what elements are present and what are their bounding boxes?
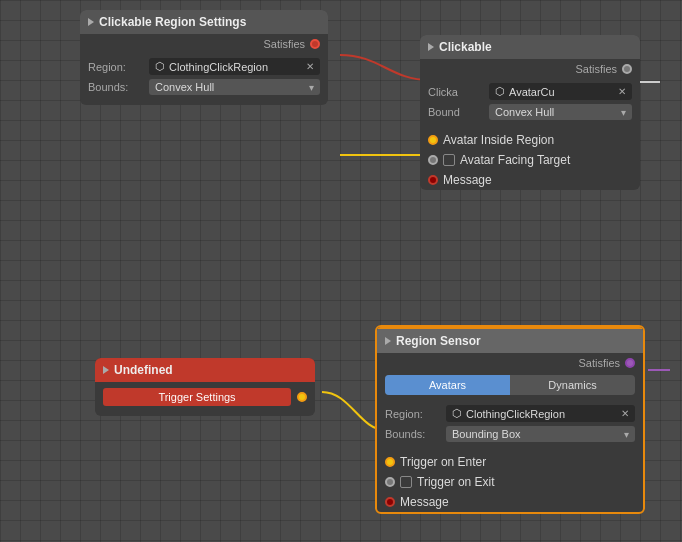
node-body-undefined: Trigger Settings (95, 382, 315, 416)
trigger-settings-button[interactable]: Trigger Settings (103, 388, 291, 406)
chevron-down-icon: ▾ (309, 82, 314, 93)
collapse-icon-undefined[interactable] (103, 366, 109, 374)
region-value-sensor: ClothingClickRegion (466, 408, 565, 420)
bound-label-clickable: Bound (428, 106, 483, 118)
satisfies-row-clickable: Satisfies (420, 59, 640, 77)
tab-dynamics[interactable]: Dynamics (510, 375, 635, 395)
satisfies-label: Satisfies (263, 38, 305, 50)
node-title-region-sensor: Region Sensor (396, 334, 481, 348)
trigger-exit-row: Trigger on Exit (377, 472, 643, 492)
message-socket-sensor (385, 497, 395, 507)
region-input-sensor[interactable]: ⬡ ClothingClickRegion ✕ (446, 405, 635, 422)
node-header-clickable: Clickable (420, 35, 640, 59)
node-title-clickable-region-settings: Clickable Region Settings (99, 15, 246, 29)
satisfies-label-region-sensor: Satisfies (578, 357, 620, 369)
message-socket-clickable (428, 175, 438, 185)
trigger-enter-label: Trigger on Enter (400, 455, 486, 469)
trigger-settings-socket (297, 392, 307, 402)
satisfies-socket-region-sensor (625, 358, 635, 368)
trigger-settings-row: Trigger Settings (103, 388, 307, 406)
region-sensor-node: Region Sensor Satisfies Avatars Dynamics… (375, 325, 645, 514)
region-clear-button[interactable]: ✕ (306, 61, 314, 72)
region-row-sensor: Region: ⬡ ClothingClickRegion ✕ (385, 405, 635, 422)
trigger-enter-socket (385, 457, 395, 467)
clickable-region-settings-node: Clickable Region Settings Satisfies Regi… (80, 10, 328, 105)
message-label-clickable: Message (443, 173, 492, 187)
clickable-row: Clicka ⬡ AvatarCu ✕ (428, 83, 632, 100)
avatar-facing-socket (428, 155, 438, 165)
avatar-inside-row: Avatar Inside Region (420, 130, 640, 150)
bounds-label-sensor: Bounds: (385, 428, 440, 440)
node-header-undefined: Undefined (95, 358, 315, 382)
bounds-row-sensor: Bounds: Bounding Box ▾ (385, 426, 635, 442)
bounds-row: Bounds: Convex Hull ▾ (88, 79, 320, 95)
satisfies-row-region-sensor: Satisfies (377, 353, 643, 371)
region-input[interactable]: ⬡ ClothingClickRegion ✕ (149, 58, 320, 75)
node-header-clickable-region-settings: Clickable Region Settings (80, 10, 328, 34)
node-title-undefined: Undefined (114, 363, 173, 377)
collapse-icon-clickable[interactable] (428, 43, 434, 51)
node-title-clickable: Clickable (439, 40, 492, 54)
node-body-clickable: Clicka ⬡ AvatarCu ✕ Bound Convex Hull ▾ (420, 77, 640, 130)
clickable-label: Clicka (428, 86, 483, 98)
collapse-icon-region-sensor[interactable] (385, 337, 391, 345)
message-row-sensor: Message (377, 492, 643, 512)
region-value: ClothingClickRegion (169, 61, 268, 73)
node-body-region-sensor: Region: ⬡ ClothingClickRegion ✕ Bounds: … (377, 399, 643, 452)
bound-value-clickable: Convex Hull (495, 106, 554, 118)
trigger-enter-row: Trigger on Enter (377, 452, 643, 472)
collapse-icon[interactable] (88, 18, 94, 26)
bounds-value-sensor: Bounding Box (452, 428, 521, 440)
chevron-down-icon-sensor: ▾ (624, 429, 629, 440)
tab-avatars[interactable]: Avatars (385, 375, 510, 395)
clickable-value: AvatarCu (509, 86, 555, 98)
node-header-region-sensor: Region Sensor (377, 327, 643, 353)
avatar-facing-row: Avatar Facing Target (420, 150, 640, 170)
avatar-facing-checkbox[interactable] (443, 154, 455, 166)
satisfies-row: Satisfies (80, 34, 328, 52)
trigger-exit-checkbox[interactable] (400, 476, 412, 488)
message-row-clickable: Message (420, 170, 640, 190)
trigger-exit-label: Trigger on Exit (417, 475, 495, 489)
tab-bar-region-sensor: Avatars Dynamics (385, 375, 635, 395)
mesh-icon-clickable: ⬡ (495, 85, 505, 98)
undefined-node: Undefined Trigger Settings (95, 358, 315, 416)
bounds-select[interactable]: Convex Hull ▾ (149, 79, 320, 95)
bounds-value: Convex Hull (155, 81, 214, 93)
bounds-select-sensor[interactable]: Bounding Box ▾ (446, 426, 635, 442)
clickable-input[interactable]: ⬡ AvatarCu ✕ (489, 83, 632, 100)
mesh-icon: ⬡ (155, 60, 165, 73)
avatar-facing-label: Avatar Facing Target (460, 153, 570, 167)
region-row: Region: ⬡ ClothingClickRegion ✕ (88, 58, 320, 75)
region-clear-sensor[interactable]: ✕ (621, 408, 629, 419)
satisfies-socket-clickable (622, 64, 632, 74)
bounds-label: Bounds: (88, 81, 143, 93)
avatar-inside-label: Avatar Inside Region (443, 133, 554, 147)
satisfies-socket (310, 39, 320, 49)
message-label-sensor: Message (400, 495, 449, 509)
avatar-inside-socket (428, 135, 438, 145)
bound-row-clickable: Bound Convex Hull ▾ (428, 104, 632, 120)
clickable-clear-button[interactable]: ✕ (618, 86, 626, 97)
chevron-down-icon-clickable: ▾ (621, 107, 626, 118)
region-label: Region: (88, 61, 143, 73)
clickable-node: Clickable Satisfies Clicka ⬡ AvatarCu ✕ … (420, 35, 640, 190)
satisfies-label-clickable: Satisfies (575, 63, 617, 75)
region-label-sensor: Region: (385, 408, 440, 420)
trigger-exit-socket (385, 477, 395, 487)
node-body: Region: ⬡ ClothingClickRegion ✕ Bounds: … (80, 52, 328, 105)
trigger-settings-label: Trigger Settings (158, 391, 235, 403)
bound-select-clickable[interactable]: Convex Hull ▾ (489, 104, 632, 120)
mesh-icon-sensor: ⬡ (452, 407, 462, 420)
